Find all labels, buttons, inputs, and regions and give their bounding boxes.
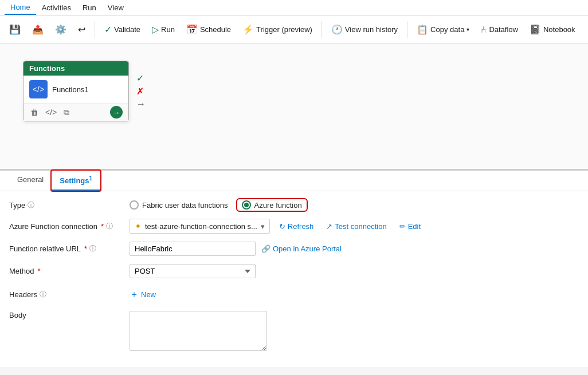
schedule-button[interactable]: 📅 Schedule [182, 22, 236, 37]
settings-button[interactable]: ⚙️ [50, 22, 71, 37]
validate-label: Validate [114, 25, 140, 34]
success-connector-icon: ✓ [136, 73, 146, 84]
menu-bar: Home Activities Run View [0, 0, 588, 16]
body-textarea[interactable] [130, 311, 267, 351]
menu-activities[interactable]: Activities [36, 1, 77, 14]
tab-settings-label: Settings [60, 176, 89, 185]
notebook-icon: 📓 [530, 24, 541, 35]
required-star-3: * [37, 267, 40, 275]
divider-1 [95, 21, 95, 38]
validate-button[interactable]: ✓ Validate [100, 22, 145, 37]
copy-data-button[interactable]: 📋 Copy data ▾ [412, 22, 474, 37]
connection-info-icon: ⓘ [106, 222, 113, 231]
radio-fabric-circle [130, 200, 139, 210]
publish-icon: 📤 [32, 24, 44, 35]
view-run-history-button[interactable]: 🕐 View run history [327, 22, 402, 37]
trigger-label: Trigger (preview) [256, 25, 312, 34]
tabs-row: General Settings1 [0, 171, 588, 191]
trigger-button[interactable]: ⚡ Trigger (preview) [238, 22, 317, 37]
headers-info-icon: ⓘ [40, 290, 46, 299]
run-button[interactable]: ▷ Run [147, 22, 179, 37]
divider-3 [407, 21, 407, 38]
node-next-button[interactable]: → [110, 106, 123, 119]
node-title: Functions [29, 64, 65, 73]
connection-dropdown-chevron-icon: ▾ [261, 222, 265, 231]
azure-function-connection-row: Azure Function connection * ⓘ ✦ test-azu… [9, 219, 579, 234]
copy-data-label: Copy data [430, 25, 464, 34]
copy-data-chevron-icon: ▾ [467, 26, 469, 33]
trigger-icon: ⚡ [242, 24, 254, 35]
divider-2 [322, 21, 322, 38]
add-new-header-button[interactable]: ＋ New [130, 286, 156, 303]
headers-row: Headers ⓘ ＋ New [9, 286, 579, 303]
dataflow-icon: ⑃ [481, 25, 487, 35]
required-star-1: * [101, 222, 104, 231]
radio-azure-inner [244, 203, 249, 207]
dataflow-button[interactable]: ⑃ Dataflow [476, 22, 523, 37]
run-icon: ▷ [152, 24, 159, 35]
tab-general[interactable]: General [9, 171, 52, 191]
node-activity-label: Functions1 [52, 85, 89, 94]
save-button[interactable]: 💾 [5, 22, 25, 37]
schedule-icon: 📅 [186, 24, 198, 35]
required-star-2: * [84, 244, 87, 253]
refresh-icon: ↻ [279, 222, 285, 231]
function-url-label: Function relative URL * ⓘ [9, 244, 124, 254]
azure-function-connection-label: Azure Function connection * ⓘ [9, 222, 124, 231]
method-select-wrapper: POST GET PUT DELETE [130, 264, 256, 278]
url-info-icon: ⓘ [89, 244, 96, 254]
notebook-button[interactable]: 📓 Notebook [525, 22, 580, 37]
menu-home[interactable]: Home [5, 1, 36, 15]
radio-azure-circle [242, 200, 251, 210]
type-radio-group: Fabric user data functions Azure functio… [130, 199, 307, 211]
fail-connector-icon: ✗ [136, 86, 146, 97]
method-select[interactable]: POST GET PUT DELETE [130, 264, 256, 278]
external-link-icon: 🔗 [261, 244, 271, 253]
canvas-area[interactable]: Functions </> Functions1 🗑 </> ⧉ → ✓ ✗ → [0, 44, 588, 169]
type-info-icon: ⓘ [28, 200, 34, 210]
tab-settings-badge: 1 [89, 175, 93, 181]
node-delete-button[interactable]: 🗑 [29, 106, 40, 118]
edit-icon: ✏ [399, 222, 406, 231]
headers-label: Headers ⓘ [9, 290, 124, 299]
connection-dropdown-value: test-azure-function-connection s... [145, 222, 257, 231]
add-icon: ＋ [130, 289, 139, 301]
type-row: Type ⓘ Fabric user data functions Azure … [9, 199, 579, 211]
validate-icon: ✓ [104, 24, 112, 35]
menu-run[interactable]: Run [77, 1, 102, 14]
view-run-history-label: View run history [345, 25, 398, 34]
radio-fabric-label: Fabric user data functions [142, 201, 228, 210]
node-activity-icon: </> [29, 80, 48, 98]
settings-content: Type ⓘ Fabric user data functions Azure … [0, 191, 588, 367]
tab-settings[interactable]: Settings1 [52, 171, 100, 191]
node-body: </> Functions1 [23, 76, 128, 103]
test-connection-button[interactable]: ↗ Test connection [323, 220, 390, 233]
bottom-panel: General Settings1 Type ⓘ Fabric user dat… [0, 169, 588, 367]
schedule-label: Schedule [200, 25, 231, 34]
test-connection-icon: ↗ [326, 222, 332, 231]
notebook-label: Notebook [543, 25, 575, 34]
node-code-button[interactable]: </> [44, 106, 58, 118]
node-header: Functions [23, 61, 128, 76]
body-row: Body [9, 311, 579, 351]
publish-button[interactable]: 📤 [28, 22, 48, 37]
refresh-button[interactable]: ↻ Refresh [276, 220, 317, 233]
node-code-icon: </> [33, 85, 44, 94]
connection-dropdown[interactable]: ✦ test-azure-function-connection s... ▾ [130, 219, 270, 234]
type-label: Type ⓘ [9, 200, 124, 210]
pipeline-node[interactable]: Functions </> Functions1 🗑 </> ⧉ → ✓ ✗ → [23, 61, 129, 121]
menu-view[interactable]: View [102, 1, 130, 14]
node-footer: 🗑 </> ⧉ → [23, 103, 128, 121]
radio-fabric-functions[interactable]: Fabric user data functions [130, 200, 228, 210]
open-azure-portal-link[interactable]: 🔗 Open in Azure Portal [261, 244, 342, 253]
radio-azure-function[interactable]: Azure function [237, 199, 307, 211]
undo-button[interactable]: ↩ [73, 22, 90, 37]
toolbar: 💾 📤 ⚙️ ↩ ✓ Validate ▷ Run 📅 Schedule ⚡ T… [0, 16, 588, 44]
tab-general-label: General [17, 175, 44, 184]
node-copy-button[interactable]: ⧉ [62, 106, 70, 119]
complete-connector-icon: → [136, 99, 146, 109]
function-url-input[interactable] [130, 242, 256, 256]
gear-icon: ⚙️ [55, 24, 66, 35]
edit-connection-button[interactable]: ✏ Edit [396, 220, 424, 233]
function-url-row: Function relative URL * ⓘ 🔗 Open in Azur… [9, 242, 579, 256]
